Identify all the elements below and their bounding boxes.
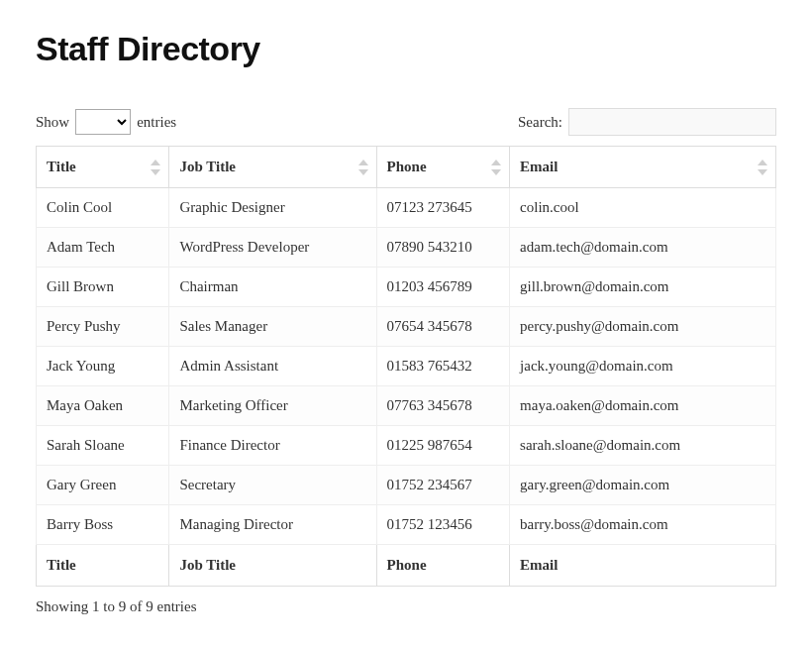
sort-icon [151,160,160,175]
cell-title: Jack Young [37,347,169,386]
sort-icon [358,160,368,175]
cell-email: adam.tech@domain.com [510,228,776,268]
cell-job-title: Secretary [169,466,376,505]
sort-icon [758,160,767,175]
search-input[interactable] [568,108,776,136]
cell-job-title: Graphic Designer [169,188,376,228]
col-footer-phone: Phone [376,545,509,587]
cell-job-title: WordPress Developer [169,228,376,268]
cell-phone: 07654 345678 [376,307,509,347]
page-title: Staff Directory [36,30,776,68]
cell-email: jack.young@domain.com [510,347,776,386]
cell-title: Percy Pushy [37,307,169,347]
staff-table: Title Job Title Phone Email Colin CoolGr… [36,146,776,587]
cell-email: maya.oaken@domain.com [510,386,776,426]
cell-email: gary.green@domain.com [510,466,776,505]
cell-title: Maya Oaken [37,386,169,426]
table-row: Sarah SloaneFinance Director01225 987654… [37,426,776,466]
show-label: Show [36,114,69,131]
table-row: Jack YoungAdmin Assistant01583 765432jac… [37,347,776,386]
table-row: Barry BossManaging Director01752 123456b… [37,505,776,545]
cell-title: Barry Boss [37,505,169,545]
cell-phone: 01225 987654 [376,426,509,466]
search-label: Search: [518,114,562,131]
cell-email: colin.cool [510,188,776,228]
col-header-job-title[interactable]: Job Title [169,147,376,188]
cell-phone: 01203 456789 [376,268,509,307]
cell-job-title: Managing Director [169,505,376,545]
col-footer-job-title: Job Title [169,545,376,587]
entries-label: entries [137,114,176,131]
cell-job-title: Admin Assistant [169,347,376,386]
length-control: Show entries [36,109,176,135]
col-header-phone[interactable]: Phone [376,147,509,188]
col-header-email[interactable]: Email [510,147,776,188]
cell-email: gill.brown@domain.com [510,268,776,307]
table-row: Percy PushySales Manager07654 345678perc… [37,307,776,347]
col-header-phone-label: Phone [387,159,427,174]
cell-title: Gary Green [37,466,169,505]
col-footer-title: Title [37,545,169,587]
cell-job-title: Finance Director [169,426,376,466]
cell-title: Adam Tech [37,228,169,268]
cell-phone: 07123 273645 [376,188,509,228]
col-header-title[interactable]: Title [37,147,169,188]
cell-email: sarah.sloane@domain.com [510,426,776,466]
col-header-job-title-label: Job Title [179,159,236,174]
table-row: Maya OakenMarketing Officer07763 345678m… [37,386,776,426]
cell-job-title: Chairman [169,268,376,307]
col-header-email-label: Email [520,159,558,174]
cell-phone: 01752 123456 [376,505,509,545]
table-row: Adam TechWordPress Developer07890 543210… [37,228,776,268]
table-row: Colin CoolGraphic Designer07123 273645co… [37,188,776,228]
cell-title: Gill Brown [37,268,169,307]
cell-email: percy.pushy@domain.com [510,307,776,347]
cell-phone: 01752 234567 [376,466,509,505]
cell-title: Sarah Sloane [37,426,169,466]
col-header-title-label: Title [47,159,76,174]
table-row: Gill BrownChairman01203 456789gill.brown… [37,268,776,307]
col-footer-email: Email [510,545,776,587]
sort-icon [491,160,501,175]
search-control: Search: [518,108,776,136]
cell-title: Colin Cool [37,188,169,228]
table-row: Gary GreenSecretary01752 234567gary.gree… [37,466,776,505]
entries-select[interactable] [75,109,131,135]
table-info: Showing 1 to 9 of 9 entries [36,598,776,615]
cell-job-title: Marketing Officer [169,386,376,426]
cell-email: barry.boss@domain.com [510,505,776,545]
cell-phone: 07763 345678 [376,386,509,426]
cell-job-title: Sales Manager [169,307,376,347]
cell-phone: 07890 543210 [376,228,509,268]
cell-phone: 01583 765432 [376,347,509,386]
